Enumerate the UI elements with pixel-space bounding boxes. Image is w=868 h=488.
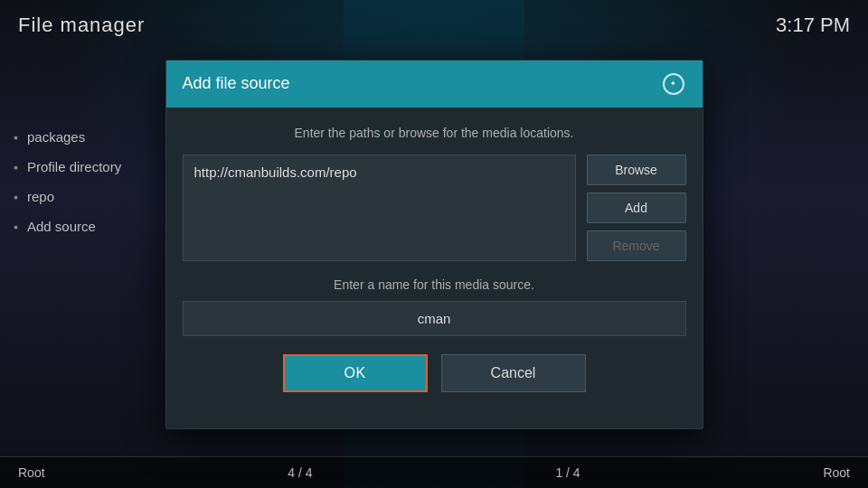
dialog-title: Add file source — [183, 74, 290, 93]
path-section: http://cmanbuilds.com/repo Browse Add Re… — [183, 155, 686, 261]
dialog-footer: OK Cancel — [183, 354, 686, 410]
modal-overlay: Add file source ✦ Enter the paths or bro… — [0, 0, 868, 488]
dialog-header: Add file source ✦ — [166, 61, 703, 108]
name-label: Enter a name for this media source. — [183, 277, 686, 292]
path-input-area[interactable]: http://cmanbuilds.com/repo — [183, 155, 576, 261]
kodi-logo-icon: ✦ — [663, 73, 684, 95]
ok-button[interactable]: OK — [283, 354, 428, 392]
remove-button[interactable]: Remove — [587, 230, 686, 261]
cancel-button[interactable]: Cancel — [441, 354, 586, 392]
path-buttons: Browse Add Remove — [587, 155, 686, 261]
name-input[interactable] — [183, 301, 686, 336]
browse-button[interactable]: Browse — [587, 155, 686, 185]
add-button[interactable]: Add — [587, 192, 686, 223]
kodi-icon: ✦ — [661, 71, 686, 97]
dialog-subtitle: Enter the paths or browse for the media … — [183, 126, 686, 140]
path-value: http://cmanbuilds.com/repo — [194, 164, 357, 180]
name-section: Enter a name for this media source. — [183, 277, 686, 336]
dialog-add-file-source: Add file source ✦ Enter the paths or bro… — [165, 60, 703, 429]
dialog-body: Enter the paths or browse for the media … — [166, 108, 703, 428]
